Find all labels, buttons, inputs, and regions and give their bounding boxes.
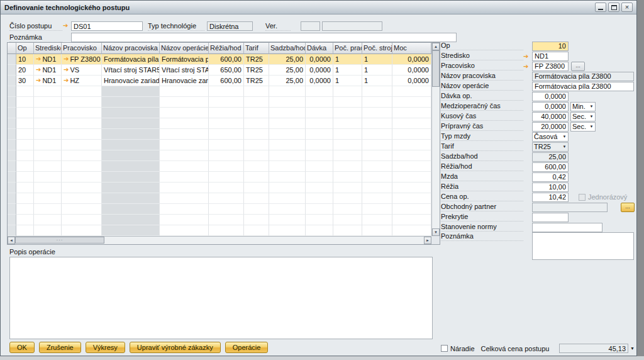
grid-cell[interactable]: 1 <box>362 65 392 76</box>
grid-cell[interactable] <box>209 161 244 172</box>
pracovisko-input[interactable] <box>532 62 569 71</box>
link-arrow-icon[interactable]: ➔ <box>523 63 528 70</box>
grid-cell[interactable] <box>269 225 306 236</box>
grid-cell[interactable] <box>392 183 431 193</box>
sadzba-hod-field[interactable] <box>532 152 569 162</box>
grid-cell[interactable] <box>209 172 244 183</box>
grid-row-gutter[interactable] <box>8 172 16 183</box>
grid-cell[interactable] <box>244 97 269 108</box>
grid-cell[interactable] <box>209 204 244 215</box>
grid-cell[interactable]: Hranovacie zariaden <box>160 76 209 86</box>
typ-mzdy-select[interactable]: Časová ▼ <box>532 132 569 142</box>
grid-cell[interactable] <box>16 150 34 161</box>
grid-empty-row[interactable] <box>8 129 440 140</box>
grid-cell[interactable] <box>209 193 244 204</box>
grid-cell[interactable] <box>244 193 269 204</box>
grid-cell[interactable] <box>62 140 102 150</box>
grid-row[interactable]: 20➔ND1➔VSVŕtací stroj STAR54Vŕtací stroj… <box>8 65 440 76</box>
grid-cell[interactable] <box>62 86 102 97</box>
dropdown-arrow-icon[interactable]: ▼ <box>561 145 568 149</box>
grid-cell[interactable] <box>102 129 160 140</box>
grid-cell[interactable]: ➔VS <box>62 65 102 76</box>
total-dropdown-arrow-icon[interactable]: ▼ <box>630 346 635 351</box>
grid-row-gutter[interactable] <box>8 118 16 129</box>
grid-cell[interactable]: ➔HZ <box>62 76 102 86</box>
grid-cell[interactable] <box>306 183 333 193</box>
grid-cell[interactable] <box>306 86 333 97</box>
grid-row-gutter[interactable] <box>8 215 16 225</box>
grid-cell[interactable] <box>102 172 160 183</box>
grid-cell[interactable] <box>244 183 269 193</box>
vykresy-button[interactable]: Výkresy <box>86 342 125 353</box>
grid-cell[interactable] <box>102 97 160 108</box>
grid-cell[interactable] <box>269 172 306 183</box>
grid-row-gutter[interactable] <box>8 65 16 76</box>
grid-cell[interactable] <box>269 161 306 172</box>
grid-column-header[interactable]: Pracovisko <box>62 43 102 54</box>
grid-horizontal-scrollbar[interactable]: ◄ ··· ► <box>8 236 431 244</box>
grid-empty-row[interactable] <box>8 97 440 108</box>
grid-column-header[interactable]: Tarif <box>244 43 269 54</box>
grid-cell[interactable] <box>333 97 362 108</box>
grid-cell[interactable] <box>34 215 62 225</box>
grid-cell[interactable]: ➔FP Z3800 <box>62 54 102 65</box>
grid-cell[interactable]: 0,0000 <box>392 65 431 76</box>
dropdown-arrow-icon[interactable]: ▼ <box>588 125 595 128</box>
grid-cell[interactable] <box>160 215 209 225</box>
grid-cell[interactable] <box>362 161 392 172</box>
op-input[interactable] <box>532 42 569 51</box>
kusovy-cas-input[interactable] <box>532 112 569 121</box>
grid-cell[interactable] <box>209 225 244 236</box>
grid-cell[interactable] <box>62 161 102 172</box>
grid-cell[interactable]: 1 <box>333 65 362 76</box>
grid-cell[interactable]: Formátovacia píla Z3800 <box>160 54 209 65</box>
grid-cell[interactable] <box>16 140 34 150</box>
grid-cell[interactable] <box>62 118 102 129</box>
grid-cell[interactable] <box>102 183 160 193</box>
grid-cell[interactable] <box>244 215 269 225</box>
grid-empty-row[interactable] <box>8 150 440 161</box>
grid-cell[interactable] <box>362 150 392 161</box>
grid-row-gutter[interactable] <box>8 225 16 236</box>
grid-cell[interactable] <box>62 172 102 183</box>
grid-cell[interactable] <box>62 97 102 108</box>
grid-cell[interactable] <box>392 129 431 140</box>
grid-column-header[interactable]: Sadzba/hod <box>269 43 306 54</box>
grid-cell[interactable]: TR25 <box>244 54 269 65</box>
grid-cell[interactable] <box>160 193 209 204</box>
grid-cell[interactable] <box>333 204 362 215</box>
grid-cell[interactable] <box>102 140 160 150</box>
grid-cell[interactable] <box>392 97 431 108</box>
grid-cell[interactable] <box>62 150 102 161</box>
scroll-up-button[interactable]: ▲ <box>432 43 440 50</box>
grid-cell[interactable] <box>160 129 209 140</box>
operacie-button[interactable]: Operácie <box>225 342 269 353</box>
grid-cell[interactable] <box>269 150 306 161</box>
grid-row-gutter[interactable] <box>8 150 16 161</box>
rezia-hod-input[interactable] <box>532 162 569 172</box>
grid-cell[interactable] <box>244 161 269 172</box>
grid-cell[interactable] <box>362 204 392 215</box>
grid-row-gutter[interactable] <box>8 204 16 215</box>
grid-cell[interactable] <box>34 108 62 118</box>
medzioperacny-cas-unit-select[interactable]: Min. ▼ <box>570 102 596 111</box>
grid-cell[interactable] <box>209 86 244 97</box>
grid-cell[interactable] <box>160 204 209 215</box>
grid-cell[interactable] <box>362 86 392 97</box>
grid-cell[interactable] <box>362 183 392 193</box>
grid-cell[interactable] <box>160 172 209 183</box>
rezia-input[interactable] <box>532 183 569 192</box>
grid-cell[interactable] <box>333 118 362 129</box>
grid-row-gutter[interactable] <box>8 140 16 150</box>
grid-cell[interactable] <box>16 225 34 236</box>
grid-cell[interactable] <box>244 129 269 140</box>
grid-row-gutter[interactable] <box>8 193 16 204</box>
grid-row[interactable]: 10➔ND1➔FP Z3800Formátovacia píla Z3800Fo… <box>8 54 440 65</box>
stanovenie-normy-input[interactable] <box>532 223 602 232</box>
grid-cell[interactable]: 600,00 <box>209 54 244 65</box>
grid-cell[interactable] <box>269 183 306 193</box>
link-arrow-icon[interactable]: ➔ <box>63 23 68 29</box>
grid-cell[interactable] <box>34 129 62 140</box>
grid-row-gutter[interactable] <box>8 54 16 65</box>
grid-cell[interactable] <box>306 129 333 140</box>
